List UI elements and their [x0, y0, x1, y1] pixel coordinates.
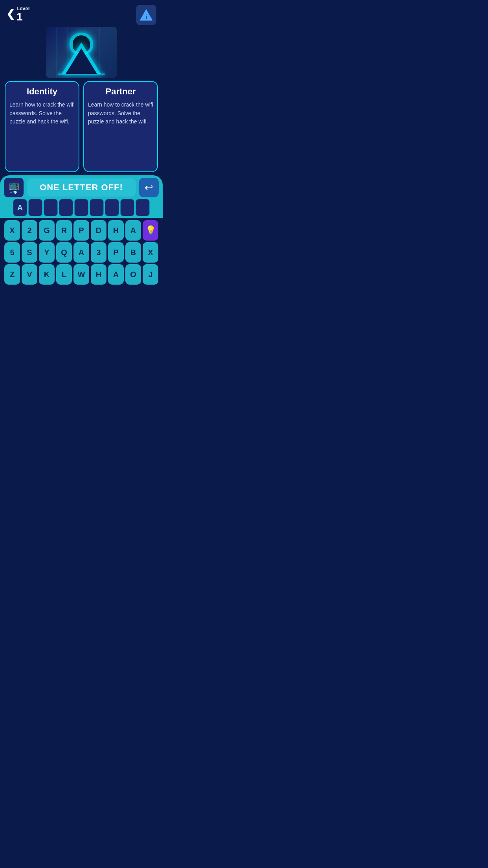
cloak-inner — [66, 48, 97, 74]
undo-button[interactable]: ↩ — [139, 178, 159, 197]
one-letter-banner: ONE LETTER OFF! — [27, 178, 136, 197]
level-number: 1 — [17, 11, 23, 22]
svg-text:i: i — [145, 14, 147, 20]
hero-image — [46, 27, 117, 78]
key-J[interactable]: J — [143, 264, 158, 285]
undo-icon: ↩ — [145, 182, 153, 194]
key-X2[interactable]: X — [143, 242, 158, 263]
info-button[interactable]: i — [136, 5, 156, 25]
cards-row: Identity Learn how to crack the wifi pas… — [0, 78, 163, 175]
key-P2[interactable]: P — [108, 242, 124, 263]
back-level-group: ❮ Level 1 — [6, 5, 29, 22]
key-V[interactable]: V — [22, 264, 37, 285]
key-L[interactable]: L — [56, 264, 72, 285]
key-A2[interactable]: A — [73, 242, 89, 263]
key-W[interactable]: W — [73, 264, 89, 285]
letter-tile-0[interactable]: A — [13, 199, 27, 216]
letter-tile-3[interactable] — [59, 199, 73, 216]
key-Q[interactable]: Q — [56, 242, 72, 263]
back-button[interactable]: ❮ — [6, 9, 15, 19]
key-O[interactable]: O — [125, 264, 141, 285]
hero-background — [46, 27, 117, 78]
letter-tiles-row: A — [0, 197, 163, 218]
key-R[interactable]: R — [56, 220, 72, 241]
tv-ads-button[interactable]: 📺 + 💎 — [4, 178, 24, 197]
letter-tile-2[interactable] — [44, 199, 58, 216]
info-icon: i — [139, 8, 153, 22]
key-X[interactable]: X — [4, 220, 20, 241]
bottom-area: 📺 + 💎 ONE LETTER OFF! ↩ A X — [0, 175, 163, 289]
header: ❮ Level 1 i — [0, 0, 163, 25]
partner-card[interactable]: Partner Learn how to crack the wifi pass… — [83, 81, 158, 172]
tv-plus-label: + 💎 — [10, 191, 18, 195]
letter-tile-4[interactable] — [74, 199, 88, 216]
key-Y[interactable]: Y — [39, 242, 55, 263]
level-container: Level 1 — [17, 6, 29, 22]
identity-card[interactable]: Identity Learn how to crack the wifi pas… — [5, 81, 79, 172]
key-2[interactable]: 2 — [22, 220, 37, 241]
key-Z[interactable]: Z — [4, 264, 20, 285]
hint-row: 📺 + 💎 ONE LETTER OFF! ↩ — [0, 175, 163, 197]
key-S[interactable]: S — [22, 242, 37, 263]
key-A3[interactable]: A — [108, 264, 124, 285]
key-H[interactable]: H — [108, 220, 124, 241]
key-5[interactable]: 5 — [4, 242, 20, 263]
keyboard: X 2 G R P D H A 💡 5 S Y Q A 3 P B — [0, 218, 163, 289]
key-K[interactable]: K — [39, 264, 55, 285]
hacker-figure — [62, 31, 101, 74]
main-screen: ❮ Level 1 i — [0, 0, 163, 289]
key-P[interactable]: P — [73, 220, 89, 241]
tv-icon: 📺 — [9, 180, 19, 191]
letter-tile-5[interactable] — [90, 199, 104, 216]
key-row-2: 5 S Y Q A 3 P B X — [2, 242, 161, 263]
hint-key-button[interactable]: 💡 — [143, 220, 158, 241]
letter-tile-7[interactable] — [120, 199, 134, 216]
key-3[interactable]: 3 — [91, 242, 106, 263]
identity-card-title: Identity — [9, 86, 75, 97]
letter-tile-6[interactable] — [105, 199, 119, 216]
partner-card-title: Partner — [88, 86, 153, 97]
identity-card-text: Learn how to crack the wifi passwords. S… — [9, 101, 75, 126]
letter-tile-8[interactable] — [136, 199, 150, 216]
one-letter-text: ONE LETTER OFF! — [40, 182, 123, 192]
key-G[interactable]: G — [39, 220, 55, 241]
bulb-icon: 💡 — [145, 225, 156, 235]
key-row-1: X 2 G R P D H A 💡 — [2, 220, 161, 241]
key-B[interactable]: B — [125, 242, 141, 263]
key-A[interactable]: A — [125, 220, 141, 241]
key-row-3: Z V K L W H A O J — [2, 264, 161, 285]
letter-tile-1[interactable] — [28, 199, 42, 216]
key-D[interactable]: D — [91, 220, 106, 241]
key-H2[interactable]: H — [91, 264, 106, 285]
partner-card-text: Learn how to crack the wifi passwords. S… — [88, 101, 153, 126]
